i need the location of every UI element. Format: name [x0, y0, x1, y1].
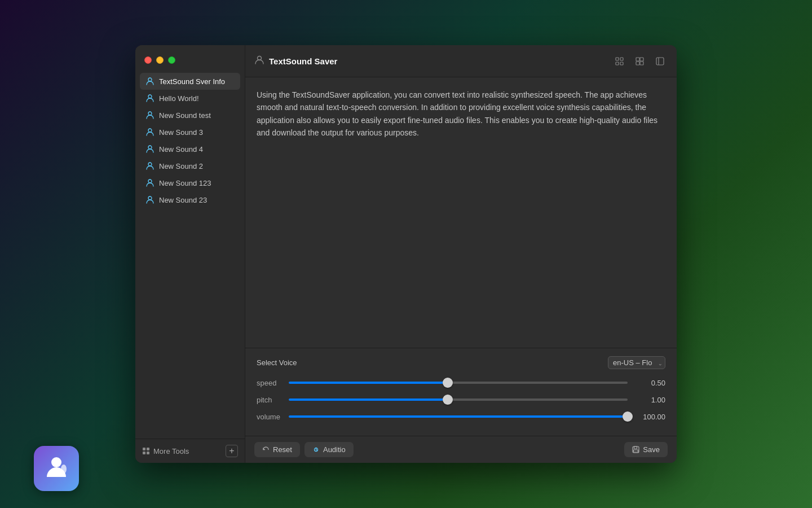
svg-point-2 — [148, 112, 152, 115]
svg-rect-21 — [656, 58, 664, 65]
main-header: TextSound Saver — [245, 45, 677, 77]
sidebar-bottom: More Tools + — [135, 439, 245, 463]
speed-label: speed — [257, 379, 282, 387]
svg-point-1 — [148, 95, 152, 98]
sidebar-item-label: TextSound Sver Info — [159, 77, 225, 86]
description-text: Using the TextSoundSaver application, yo… — [257, 89, 665, 139]
svg-point-6 — [148, 179, 152, 183]
controls-area: Select Voice en-US – Flo speed — [245, 348, 677, 436]
grid-icon — [142, 447, 150, 455]
bottom-left-buttons: Reset Auditio — [254, 442, 354, 457]
sidebar-item-new-sound-23[interactable]: New Sound 23 — [140, 191, 240, 208]
sidebar-item-new-sound-test[interactable]: New Sound test — [140, 107, 240, 124]
expand-icon — [615, 57, 624, 65]
reset-button[interactable]: Reset — [254, 442, 300, 457]
volume-slider-fill — [289, 415, 628, 418]
sidebar-item-label: Hello World! — [159, 94, 199, 103]
svg-rect-26 — [634, 450, 638, 452]
auditio-button[interactable]: Auditio — [304, 442, 354, 457]
sidebar: TextSound Sver Info Hello World! — [135, 45, 245, 463]
main-title-area: TextSound Saver — [254, 55, 337, 67]
svg-point-7 — [148, 196, 152, 200]
text-area[interactable]: Using the TextSoundSaver application, yo… — [245, 77, 677, 348]
person-icon — [145, 161, 155, 170]
expand-button[interactable] — [611, 53, 627, 69]
sidebar-item-textsound-sver-info[interactable]: TextSound Sver Info — [140, 73, 240, 90]
more-tools-button[interactable]: More Tools — [142, 447, 189, 456]
speed-slider-track — [289, 382, 628, 384]
svg-point-27 — [51, 457, 61, 467]
person-icon — [145, 77, 155, 86]
sidebar-item-label: New Sound 123 — [159, 179, 211, 187]
save-button[interactable]: Save — [624, 442, 668, 457]
svg-rect-9 — [147, 448, 149, 450]
voice-select-wrapper: en-US – Flo — [608, 356, 665, 369]
sidebar-item-label: New Sound 3 — [159, 128, 203, 137]
volume-slider-container[interactable] — [289, 411, 628, 422]
main-content: TextSound Saver — [245, 45, 677, 463]
speed-value: 0.50 — [634, 379, 665, 387]
svg-rect-19 — [636, 62, 639, 65]
auditio-icon — [312, 446, 320, 453]
person-icon — [145, 111, 155, 120]
speed-slider-fill — [289, 382, 448, 384]
traffic-lights — [135, 50, 245, 73]
volume-slider-row: volume 100.00 — [257, 411, 665, 422]
sidebar-toggle-button[interactable] — [652, 53, 668, 69]
svg-rect-8 — [143, 448, 145, 450]
svg-rect-18 — [640, 58, 643, 61]
volume-value: 100.00 — [634, 413, 665, 421]
sidebar-items-list: TextSound Sver Info Hello World! — [135, 73, 245, 439]
add-button[interactable]: + — [226, 445, 238, 457]
sidebar-item-new-sound-4[interactable]: New Sound 4 — [140, 141, 240, 157]
pitch-value: 1.00 — [634, 396, 665, 404]
svg-point-3 — [148, 129, 152, 132]
svg-rect-11 — [147, 452, 149, 454]
svg-point-0 — [148, 78, 152, 81]
svg-point-4 — [148, 146, 152, 149]
close-button[interactable] — [144, 56, 152, 64]
grid-view-button[interactable] — [632, 53, 647, 69]
person-wave-icon — [254, 55, 264, 67]
reset-icon — [262, 446, 270, 453]
voice-select-label: Select Voice — [257, 358, 297, 367]
save-label: Save — [643, 445, 660, 454]
speed-slider-thumb[interactable] — [443, 378, 453, 388]
minimize-button[interactable] — [156, 56, 164, 64]
svg-rect-17 — [636, 58, 639, 61]
volume-slider-thumb[interactable] — [623, 411, 633, 422]
more-tools-label: More Tools — [153, 447, 189, 456]
sidebar-item-new-sound-3[interactable]: New Sound 3 — [140, 124, 240, 141]
volume-label: volume — [257, 413, 282, 421]
sidebar-item-new-sound-123[interactable]: New Sound 123 — [140, 174, 240, 191]
pitch-slider-thumb[interactable] — [443, 395, 453, 405]
maximize-button[interactable] — [168, 56, 175, 64]
speed-slider-row: speed 0.50 — [257, 377, 665, 388]
speed-slider-container[interactable] — [289, 377, 628, 388]
svg-rect-14 — [620, 58, 623, 60]
svg-rect-16 — [620, 62, 623, 65]
sidebar-item-label: New Sound 2 — [159, 162, 203, 170]
pitch-slider-container[interactable] — [289, 394, 628, 405]
pitch-slider-fill — [289, 398, 448, 401]
app-icon-glyph — [42, 452, 70, 485]
person-icon — [145, 128, 155, 137]
sidebar-item-new-sound-2[interactable]: New Sound 2 — [140, 157, 240, 174]
voice-select[interactable]: en-US – Flo — [608, 356, 665, 369]
grid-view-icon — [636, 57, 644, 65]
person-icon — [145, 195, 155, 204]
pitch-label: pitch — [257, 396, 282, 404]
svg-point-5 — [148, 163, 152, 166]
bottom-bar: Reset Auditio — [245, 436, 677, 463]
svg-rect-25 — [634, 446, 637, 449]
sidebar-icon — [656, 57, 664, 65]
svg-rect-10 — [143, 452, 145, 454]
sidebar-item-label: New Sound 23 — [159, 196, 207, 204]
svg-rect-13 — [616, 58, 619, 60]
sidebar-item-label: New Sound test — [159, 111, 211, 120]
app-icon[interactable] — [34, 446, 79, 491]
voice-select-row: Select Voice en-US – Flo — [257, 356, 665, 369]
sidebar-item-hello-world[interactable]: Hello World! — [140, 90, 240, 107]
pitch-slider-track — [289, 398, 628, 401]
person-icon — [145, 178, 155, 187]
